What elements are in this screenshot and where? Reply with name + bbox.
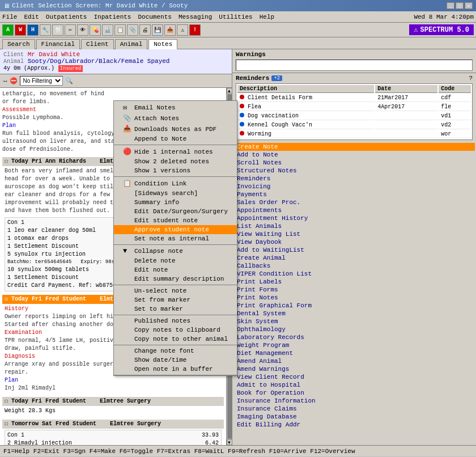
- ctx-show-datetime[interactable]: Show date/time: [114, 356, 237, 365]
- minimize-button[interactable]: _: [447, 2, 454, 9]
- right-menu-item[interactable]: Invoicing: [233, 183, 475, 191]
- ctx-published-notes[interactable]: Published notes: [114, 316, 237, 325]
- toolbar-h[interactable]: H: [27, 24, 39, 36]
- right-menu-item[interactable]: Edit Billing Addr: [233, 421, 475, 429]
- reminders-help[interactable]: ?: [469, 75, 473, 82]
- ctx-copy-other-animal[interactable]: Copy note to other animal: [114, 335, 237, 344]
- toolbar-clip[interactable]: 📋: [114, 24, 126, 36]
- ctx-summary-info[interactable]: Summary info: [114, 198, 237, 207]
- title-controls[interactable]: _ □ ×: [447, 2, 473, 9]
- right-menu-item[interactable]: Dental System: [233, 310, 475, 318]
- toolbar-red-marker[interactable]: !: [189, 24, 201, 36]
- ctx-change-font[interactable]: Change note font: [114, 346, 237, 356]
- menu-file[interactable]: File: [2, 14, 17, 20]
- ctx-delete-note[interactable]: Delete note: [114, 256, 237, 265]
- right-menu-item[interactable]: Weight Program: [233, 341, 475, 349]
- ctx-set-to-marker[interactable]: Set to marker: [114, 304, 237, 314]
- ctx-append-note[interactable]: Append to Note: [114, 134, 237, 143]
- tab-financial[interactable]: Financial: [36, 39, 80, 49]
- right-menu-item[interactable]: Print Graphical Form: [233, 302, 475, 310]
- ctx-set-internal[interactable]: Set note as internal: [114, 234, 237, 243]
- right-menu-item[interactable]: Amend Animal: [233, 357, 475, 365]
- maximize-button[interactable]: □: [456, 2, 464, 9]
- reminder-row[interactable]: Kennel Cough Vacc'n vd2: [237, 121, 471, 129]
- ctx-edit-summary[interactable]: Edit summary description: [114, 274, 237, 283]
- ctx-download-pdf[interactable]: 📥 Downloads Notes as PDF: [114, 124, 237, 134]
- ctx-edit-student-note[interactable]: Edit student note: [114, 216, 237, 225]
- right-menu-item[interactable]: Sales Order Proc.: [233, 198, 475, 206]
- toolbar-warning[interactable]: ⚠: [177, 24, 188, 36]
- right-menu-item[interactable]: Appointments: [233, 206, 475, 214]
- ctx-edit-note[interactable]: Edit note: [114, 265, 237, 274]
- right-menu-item[interactable]: Reminders: [233, 175, 475, 183]
- ctx-hide-internal[interactable]: 🔴 Hide 1 internal notes: [114, 146, 237, 157]
- ctx-unselect-note[interactable]: Un-select note: [114, 286, 237, 295]
- tab-client[interactable]: Client: [81, 39, 114, 49]
- tab-search[interactable]: Search: [2, 39, 35, 49]
- right-menu-item[interactable]: Structured Notes: [233, 167, 475, 175]
- right-menu-item[interactable]: Print Notes: [233, 294, 475, 302]
- menu-outpatients[interactable]: Outpatients: [46, 14, 87, 20]
- scroll-down-btn[interactable]: ▼: [227, 439, 232, 445]
- ctx-approve-student-note[interactable]: Approve student note: [114, 225, 237, 234]
- right-menu-item[interactable]: Laboratory Records: [233, 333, 475, 341]
- toolbar-attach[interactable]: 📎: [127, 24, 138, 36]
- close-button[interactable]: ×: [465, 2, 473, 9]
- right-menu-item[interactable]: Add to WaitingList: [233, 246, 475, 254]
- right-menu-item[interactable]: View Client Record: [233, 373, 475, 381]
- ctx-copy-clipboard[interactable]: Copy notes to clipboard: [114, 325, 237, 335]
- toolbar-eye[interactable]: 👁: [77, 24, 88, 36]
- right-menu-item[interactable]: Create Animal: [233, 254, 475, 262]
- toolbar-scissors[interactable]: ✂: [65, 24, 76, 36]
- menu-inpatients[interactable]: Inpatients: [94, 14, 131, 20]
- right-menu-item[interactable]: Admit to Hospital: [233, 381, 475, 389]
- filter-select[interactable]: No Filtering: [20, 76, 63, 86]
- menu-documents[interactable]: Documents: [138, 14, 171, 20]
- reminder-row[interactable]: Flea 4Apr2017 fle: [237, 103, 471, 111]
- reminder-row[interactable]: Worming wor: [237, 130, 471, 138]
- right-menu-item[interactable]: Imaging Database: [233, 413, 475, 421]
- toolbar-print[interactable]: 🖨: [139, 24, 151, 36]
- right-menu-item[interactable]: Skin System: [233, 318, 475, 325]
- toolbar-microscope[interactable]: 🔬: [102, 24, 113, 36]
- reminder-row[interactable]: Client Details Form 21Mar2017 cdf: [237, 94, 471, 102]
- ctx-set-from-marker[interactable]: Set from marker: [114, 295, 237, 304]
- right-menu-item[interactable]: Payments: [233, 191, 475, 198]
- toolbar-w[interactable]: W: [15, 24, 26, 36]
- toolbar-save[interactable]: 💾: [152, 24, 163, 36]
- right-menu-item[interactable]: Ophthalmology: [233, 325, 475, 333]
- ctx-email-notes[interactable]: ✉ Email Notes: [114, 102, 237, 113]
- right-menu-item[interactable]: List Animals: [233, 222, 475, 230]
- right-menu-item[interactable]: Appointment History: [233, 214, 475, 222]
- menu-utilities[interactable]: Utilities: [219, 14, 252, 20]
- tab-animal[interactable]: Animal: [115, 39, 148, 49]
- search-icon[interactable]: 🔍: [65, 77, 73, 84]
- reminder-row[interactable]: Dog vaccination vd1: [237, 112, 471, 120]
- ctx-show-deleted[interactable]: Show 2 deleted notes: [114, 157, 237, 166]
- right-menu-item[interactable]: Book for Operation: [233, 389, 475, 397]
- tab-notes[interactable]: Notes: [148, 39, 177, 49]
- right-menu-item[interactable]: Scroll Notes: [233, 159, 475, 167]
- scroll-up-btn[interactable]: ▲: [227, 88, 232, 94]
- right-menu-item[interactable]: Add to Note: [233, 151, 475, 159]
- ctx-attach-notes[interactable]: 📎 Attach Notes: [114, 113, 237, 124]
- right-menu-item[interactable]: Create Note: [233, 143, 475, 151]
- toolbar-pill[interactable]: 💊: [90, 24, 101, 36]
- toolbar-stethoscope[interactable]: 🔧: [40, 24, 51, 36]
- right-menu-item[interactable]: Callbacks: [233, 262, 475, 270]
- right-menu-item[interactable]: Amend Warnings: [233, 365, 475, 373]
- ctx-show-versions[interactable]: Show 1 versions: [114, 166, 237, 175]
- right-menu-item[interactable]: Insurance Claims: [233, 405, 475, 413]
- ctx-sideways-search[interactable]: [Sideways search]: [114, 189, 237, 198]
- right-menu-item[interactable]: Insurance Information: [233, 397, 475, 405]
- menu-edit[interactable]: Edit: [24, 14, 39, 20]
- menu-messaging[interactable]: Messaging: [178, 14, 212, 20]
- toolbar-a[interactable]: A: [2, 24, 14, 36]
- right-menu-item[interactable]: Print Forms: [233, 286, 475, 294]
- right-menu-item[interactable]: VIPER Condition List: [233, 270, 475, 278]
- toolbar-tooth[interactable]: 🦷: [52, 24, 63, 36]
- right-menu-item[interactable]: Print Labels: [233, 278, 475, 286]
- right-menu-item[interactable]: View Daybook: [233, 238, 475, 246]
- right-menu-item[interactable]: View Waiting List: [233, 230, 475, 238]
- ctx-collapse-note[interactable]: ▼ Collapse note: [114, 246, 237, 256]
